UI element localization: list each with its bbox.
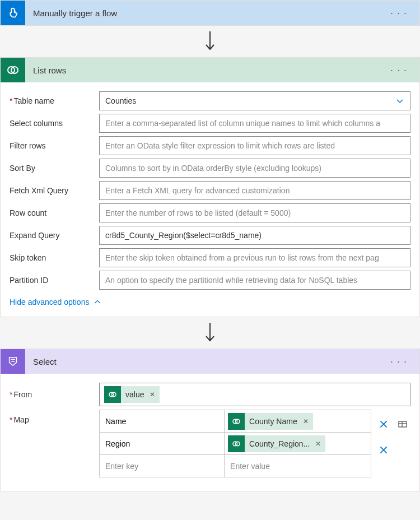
trigger-header[interactable]: Manually trigger a flow · · ·: [1, 1, 419, 25]
map-table: County Name ✕ County_Reg: [99, 410, 371, 477]
dataverse-icon: [1, 58, 25, 82]
select-menu-button[interactable]: · · ·: [387, 356, 410, 368]
select-title: Select: [33, 357, 387, 366]
table-name-dropdown[interactable]: Counties: [99, 91, 410, 110]
sort-by-input[interactable]: [99, 159, 410, 178]
from-input[interactable]: value ✕: [99, 383, 410, 406]
skip-token-label: Skip token: [10, 253, 99, 262]
svg-rect-14: [399, 421, 407, 427]
trigger-menu-button[interactable]: · · ·: [387, 7, 410, 19]
row-count-input[interactable]: [99, 203, 410, 222]
map-row: County_Region... ✕: [100, 433, 371, 455]
expand-query-input[interactable]: [99, 226, 410, 245]
remove-token-icon[interactable]: ✕: [303, 417, 309, 425]
remove-token-icon[interactable]: ✕: [315, 440, 321, 448]
expand-query-label: Expand Query: [10, 231, 99, 240]
connector-arrow: [0, 26, 420, 57]
remove-token-icon[interactable]: ✕: [150, 391, 155, 398]
map-key-input[interactable]: [100, 410, 224, 432]
table-name-label: *Table name: [10, 96, 99, 105]
map-label: *Map: [10, 410, 99, 424]
fetch-xml-input[interactable]: [99, 181, 410, 200]
from-label: *From: [10, 390, 99, 399]
trigger-title: Manually trigger a flow: [33, 8, 387, 18]
touch-icon: [1, 1, 25, 25]
select-operation-icon: [1, 349, 25, 374]
map-key-input[interactable]: [100, 455, 224, 477]
select-body: *From value ✕ *Map: [1, 374, 419, 491]
table-name-value: Counties: [105, 96, 136, 105]
delete-row-button[interactable]: [376, 416, 391, 432]
dataverse-icon: [104, 386, 121, 403]
select-columns-input[interactable]: [99, 114, 410, 133]
map-value-token[interactable]: County Name ✕: [228, 413, 313, 430]
select-header[interactable]: Select · · ·: [1, 349, 419, 374]
connector-arrow: [0, 317, 420, 349]
fetch-xml-label: Fetch Xml Query: [10, 186, 99, 195]
listrows-body: *Table name Counties Select columns Filt…: [1, 82, 419, 317]
map-value-input[interactable]: [225, 455, 371, 477]
partition-id-input[interactable]: [99, 271, 410, 290]
listrows-title: List rows: [33, 66, 387, 75]
map-row: County Name ✕: [100, 410, 371, 433]
map-row-empty: [100, 455, 371, 477]
skip-token-input[interactable]: [99, 248, 410, 267]
listrows-menu-button[interactable]: · · ·: [387, 64, 410, 76]
chevron-up-icon: [94, 298, 101, 306]
sort-by-label: Sort By: [10, 164, 99, 173]
listrows-card: List rows · · · *Table name Counties Sel…: [0, 57, 420, 317]
switch-mode-button[interactable]: [395, 416, 410, 432]
map-key-input[interactable]: [100, 433, 224, 454]
select-card: Select · · · *From value ✕ *Map: [0, 349, 420, 491]
from-token[interactable]: value ✕: [104, 386, 160, 403]
filter-rows-input[interactable]: [99, 136, 410, 155]
row-count-label: Row count: [10, 208, 99, 217]
dataverse-icon: [228, 413, 245, 430]
listrows-header[interactable]: List rows · · ·: [1, 58, 419, 82]
chevron-down-icon: [395, 96, 404, 105]
partition-id-label: Partition ID: [10, 276, 99, 285]
map-value-token[interactable]: County_Region... ✕: [228, 435, 325, 452]
filter-rows-label: Filter rows: [10, 141, 99, 150]
map-row-actions: [376, 410, 410, 461]
dataverse-icon: [228, 435, 245, 452]
delete-row-button[interactable]: [376, 442, 391, 458]
hide-advanced-link[interactable]: Hide advanced options: [10, 298, 410, 307]
trigger-card: Manually trigger a flow · · ·: [0, 0, 420, 26]
select-columns-label: Select columns: [10, 119, 99, 128]
